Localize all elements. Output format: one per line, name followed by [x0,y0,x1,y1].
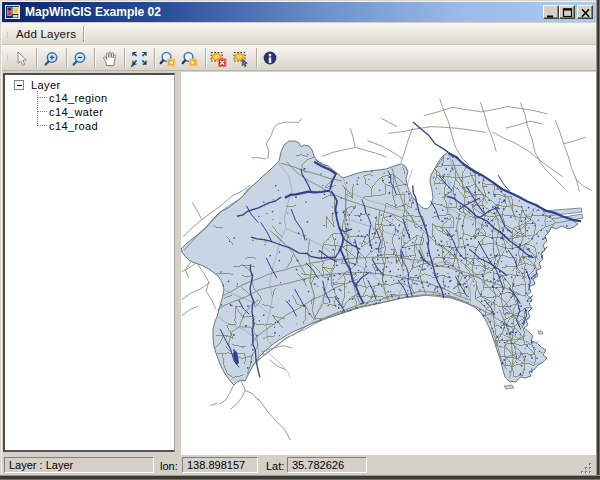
svg-text:c14_region: c14_region [49,92,107,104]
svg-text:c14_water: c14_water [49,106,103,118]
svg-text:c14_road: c14_road [49,120,98,132]
svg-text:Layer: Layer [31,79,61,91]
